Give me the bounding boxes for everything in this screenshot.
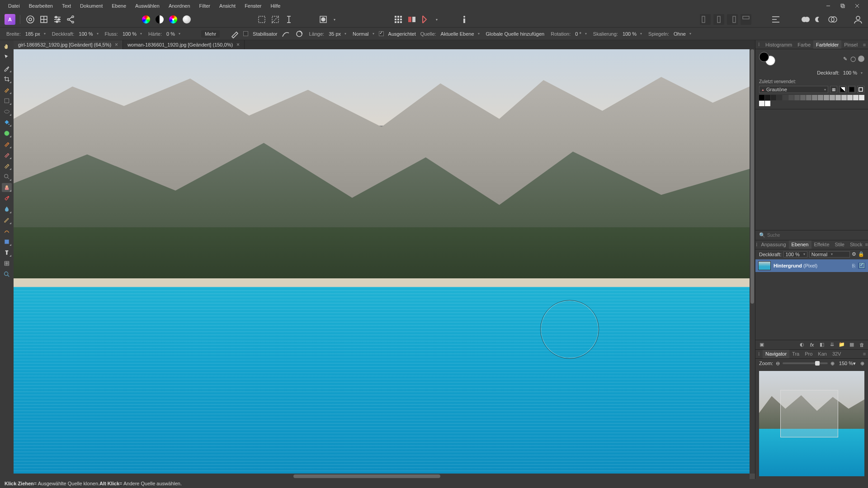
develop-persona-button[interactable]: [52, 14, 63, 25]
account-button[interactable]: [853, 14, 863, 25]
crop-tool[interactable]: [2, 75, 12, 84]
gradient-tool[interactable]: [2, 129, 12, 138]
split-view-button[interactable]: [406, 14, 417, 25]
swatch-view-grid-button[interactable]: ▦: [830, 86, 837, 93]
close-tab-icon[interactable]: ×: [236, 42, 240, 48]
flood-select-tool[interactable]: [2, 107, 12, 116]
menu-dokument[interactable]: Dokument: [75, 0, 107, 12]
stabilizer-checkbox[interactable]: [243, 31, 248, 36]
boolean-add-button[interactable]: [800, 14, 811, 25]
layer-blend-select[interactable]: Normal▾: [809, 251, 850, 258]
shape-tool[interactable]: [2, 237, 12, 246]
canvas-viewport[interactable]: [14, 49, 755, 479]
export-persona-button[interactable]: [66, 14, 76, 25]
swatch[interactable]: [812, 95, 817, 100]
mesh-warp-tool[interactable]: [2, 259, 12, 268]
source-select[interactable]: Aktuelle Ebene▾: [439, 30, 481, 38]
document-tab[interactable]: girl-1869532_1920.jpg [Geändert] (64,5%)…: [14, 40, 123, 49]
inpainting-tool[interactable]: [2, 205, 12, 214]
panel-tab-stile[interactable]: Stile: [832, 240, 847, 249]
layer-settings-icon[interactable]: ⚙: [852, 251, 856, 257]
panel-dock-icon[interactable]: ⁞: [755, 350, 763, 358]
zoom-slider[interactable]: [783, 362, 828, 364]
arrange-top-button[interactable]: [741, 14, 751, 25]
menu-ansicht[interactable]: Ansicht: [215, 0, 240, 12]
layer-folder-button[interactable]: 📁: [838, 342, 845, 348]
length-field[interactable]: 35 px▾: [327, 30, 348, 38]
maximize-button[interactable]: [835, 1, 850, 10]
retouch-tool[interactable]: [2, 183, 12, 192]
swatch[interactable]: [841, 95, 847, 100]
stabilizer-mode-window-button[interactable]: [294, 28, 305, 39]
panel-tab-effekte[interactable]: Effekte: [811, 240, 832, 249]
swatch[interactable]: [835, 95, 841, 100]
mirror-dropdown[interactable]: ▾: [434, 14, 440, 25]
move-tool[interactable]: [2, 53, 12, 62]
swatch[interactable]: [818, 95, 823, 100]
arrange-left-button[interactable]: [700, 14, 711, 25]
layer-delete-button[interactable]: 🗑: [858, 342, 865, 348]
mirror-view-button[interactable]: [420, 14, 431, 25]
swatch[interactable]: [759, 101, 764, 106]
pen-tool[interactable]: [2, 216, 12, 225]
layer-opacity-field[interactable]: 100 %▾: [783, 251, 807, 258]
eyedropper-icon[interactable]: ✎: [842, 56, 848, 62]
rotation-field[interactable]: 0 °▾: [573, 30, 589, 38]
clone-brush-tool[interactable]: [2, 161, 12, 170]
width-field[interactable]: 185 px▾: [24, 30, 47, 38]
swatch-add-button[interactable]: [839, 86, 846, 93]
zoom-tool[interactable]: [2, 270, 12, 279]
dodge-burn-tool[interactable]: [2, 172, 12, 181]
boolean-intersect-button[interactable]: [827, 14, 838, 25]
vector-brush-tool[interactable]: [2, 226, 12, 235]
navigator-thumbnail[interactable]: [759, 371, 864, 477]
scale-field[interactable]: 100 %▾: [621, 30, 644, 38]
align-distribute-button[interactable]: [770, 14, 781, 25]
marquee-select-button[interactable]: [256, 14, 267, 25]
panel-menu-icon[interactable]: ≡: [861, 350, 868, 358]
layer-lock-icon[interactable]: 🔒: [858, 251, 864, 257]
search-input[interactable]: [767, 233, 864, 238]
hand-tool[interactable]: [2, 42, 12, 51]
layer-link-icon[interactable]: ⎘: [852, 263, 855, 268]
swatch[interactable]: [800, 95, 806, 100]
close-button[interactable]: [850, 1, 864, 10]
layer-adjust-button[interactable]: ◐: [798, 342, 806, 348]
zoom-fit-button[interactable]: ⊕: [860, 361, 864, 366]
hue-chooser-button[interactable]: [168, 14, 179, 25]
lasso-select-button[interactable]: [270, 14, 281, 25]
close-tab-icon[interactable]: ×: [115, 42, 118, 48]
photo-persona-button[interactable]: [25, 14, 36, 25]
stabilizer-mode-rope-button[interactable]: [280, 28, 291, 39]
swatch[interactable]: [765, 95, 770, 100]
quickmask-dropdown[interactable]: ▾: [331, 14, 338, 25]
arrange-right-button[interactable]: [727, 14, 738, 25]
more-button[interactable]: Mehr: [201, 30, 220, 38]
zoom-in-button[interactable]: ⊕: [830, 361, 835, 366]
zoom-value-field[interactable]: 150 %▾: [837, 361, 858, 366]
menu-auswählen[interactable]: Auswählen: [131, 0, 164, 12]
add-global-source-button[interactable]: Globale Quelle hinzufügen: [484, 30, 547, 38]
swatch-add-fill-button[interactable]: [848, 86, 855, 93]
hardness-field[interactable]: 0 %▾: [165, 30, 182, 38]
liquify-persona-button[interactable]: [38, 14, 49, 25]
menu-filter[interactable]: Filter: [195, 0, 215, 12]
selection-brush-tool[interactable]: [2, 85, 12, 94]
menu-datei[interactable]: Datei: [4, 0, 24, 12]
layer-add-button[interactable]: ▦: [848, 342, 855, 348]
panel-tab-navigator[interactable]: Navigator: [763, 350, 789, 358]
panel-tab-stock[interactable]: Stock: [847, 240, 865, 249]
panel-tab-tra[interactable]: Tra: [789, 350, 802, 358]
panel-tab-farbe[interactable]: Farbe: [795, 40, 813, 49]
panel-tab-farbfelder[interactable]: Farbfelder: [813, 40, 841, 49]
panel-tab-pro[interactable]: Pro: [802, 350, 815, 358]
blend-mode-select[interactable]: Normal▾: [351, 30, 376, 38]
healing-brush-tool[interactable]: [2, 194, 12, 203]
layer-visibility-checkbox[interactable]: [858, 263, 865, 269]
swatch[interactable]: [830, 95, 835, 100]
panel-tab-pinsel[interactable]: Pinsel: [841, 40, 860, 49]
vertical-scrollbar[interactable]: [750, 49, 755, 474]
text-select-button[interactable]: [283, 14, 294, 25]
swatch-opacity-field[interactable]: 100 %▾: [841, 69, 864, 76]
panel-tab-histogramm[interactable]: Histogramm: [763, 40, 795, 49]
